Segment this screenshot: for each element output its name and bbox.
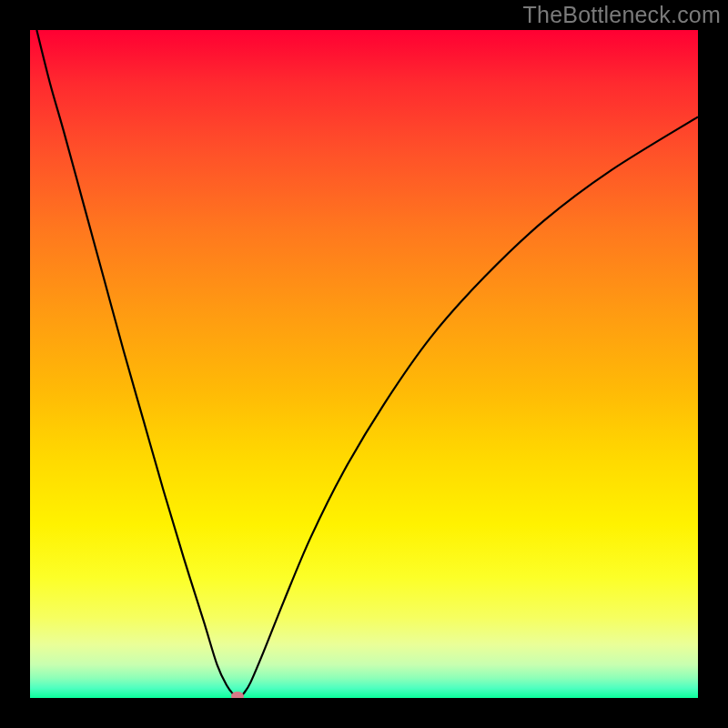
optimal-point-marker [231,692,244,698]
watermark-text: TheBottleneck.com [523,2,721,28]
bottleneck-curve-svg [30,30,698,698]
bottleneck-curve-path [36,30,698,697]
plot-area [30,30,698,698]
chart-frame: TheBottleneck.com [0,0,728,728]
